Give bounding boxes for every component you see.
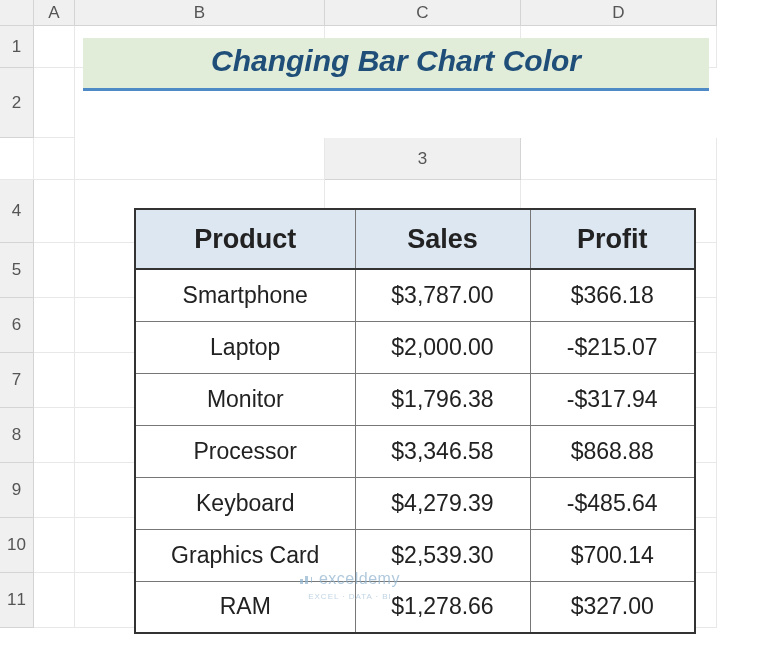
cell-product[interactable]: Graphics Card (135, 529, 355, 581)
cell-product[interactable]: Monitor (135, 373, 355, 425)
table-header-row: Product Sales Profit (135, 209, 695, 269)
col-header-A[interactable]: A (34, 0, 75, 26)
title-merged-cell[interactable]: Changing Bar Chart Color (75, 68, 717, 138)
select-all-corner[interactable] (0, 0, 34, 26)
cell-profit[interactable]: $366.18 (530, 269, 695, 321)
row-header-5[interactable]: 5 (0, 243, 34, 298)
header-product[interactable]: Product (135, 209, 355, 269)
row-header-9[interactable]: 9 (0, 463, 34, 518)
table-row: Keyboard $4,279.39 -$485.64 (135, 477, 695, 529)
table-row: Smartphone $3,787.00 $366.18 (135, 269, 695, 321)
row-header-6[interactable]: 6 (0, 298, 34, 353)
cell-A8[interactable] (34, 408, 75, 463)
cell-A5[interactable] (34, 243, 75, 298)
header-profit[interactable]: Profit (530, 209, 695, 269)
cell-sales[interactable]: $2,000.00 (355, 321, 530, 373)
cell-C2[interactable] (34, 138, 75, 180)
col-header-D[interactable]: D (521, 0, 717, 26)
cell-sales[interactable]: $1,796.38 (355, 373, 530, 425)
page-title: Changing Bar Chart Color (83, 38, 709, 91)
cell-profit[interactable]: $327.00 (530, 581, 695, 633)
cell-profit[interactable]: $868.88 (530, 425, 695, 477)
cell-B2[interactable] (0, 138, 34, 180)
cell-product[interactable]: Smartphone (135, 269, 355, 321)
row-header-8[interactable]: 8 (0, 408, 34, 463)
cell-A6[interactable] (34, 298, 75, 353)
cell-A11[interactable] (34, 573, 75, 628)
cell-profit[interactable]: $700.14 (530, 529, 695, 581)
cell-profit[interactable]: -$485.64 (530, 477, 695, 529)
cell-sales[interactable]: $1,278.66 (355, 581, 530, 633)
cell-sales[interactable]: $4,279.39 (355, 477, 530, 529)
table-row: Laptop $2,000.00 -$215.07 (135, 321, 695, 373)
row-header-2[interactable]: 2 (0, 68, 34, 138)
cell-A7[interactable] (34, 353, 75, 408)
table-row: RAM $1,278.66 $327.00 (135, 581, 695, 633)
cell-product[interactable]: Processor (135, 425, 355, 477)
cell-A3[interactable] (521, 138, 717, 180)
cell-A9[interactable] (34, 463, 75, 518)
cell-profit[interactable]: -$215.07 (530, 321, 695, 373)
cell-A2[interactable] (34, 68, 75, 138)
row-header-11[interactable]: 11 (0, 573, 34, 628)
cell-A10[interactable] (34, 518, 75, 573)
cell-sales[interactable]: $2,539.30 (355, 529, 530, 581)
cell-D2[interactable] (75, 138, 325, 180)
data-table: Product Sales Profit Smartphone $3,787.0… (134, 208, 696, 634)
row-header-4[interactable]: 4 (0, 180, 34, 243)
cell-profit[interactable]: -$317.94 (530, 373, 695, 425)
cell-A1[interactable] (34, 26, 75, 68)
row-header-3[interactable]: 3 (325, 138, 521, 180)
cell-A4[interactable] (34, 180, 75, 243)
table-body: Smartphone $3,787.00 $366.18 Laptop $2,0… (135, 269, 695, 633)
header-sales[interactable]: Sales (355, 209, 530, 269)
row-header-1[interactable]: 1 (0, 26, 34, 68)
table-row: Processor $3,346.58 $868.88 (135, 425, 695, 477)
table-row: Graphics Card $2,539.30 $700.14 (135, 529, 695, 581)
cell-product[interactable]: RAM (135, 581, 355, 633)
table-row: Monitor $1,796.38 -$317.94 (135, 373, 695, 425)
cell-sales[interactable]: $3,787.00 (355, 269, 530, 321)
cell-product[interactable]: Keyboard (135, 477, 355, 529)
row-header-10[interactable]: 10 (0, 518, 34, 573)
col-header-B[interactable]: B (75, 0, 325, 26)
row-header-7[interactable]: 7 (0, 353, 34, 408)
cell-product[interactable]: Laptop (135, 321, 355, 373)
cell-sales[interactable]: $3,346.58 (355, 425, 530, 477)
col-header-C[interactable]: C (325, 0, 521, 26)
